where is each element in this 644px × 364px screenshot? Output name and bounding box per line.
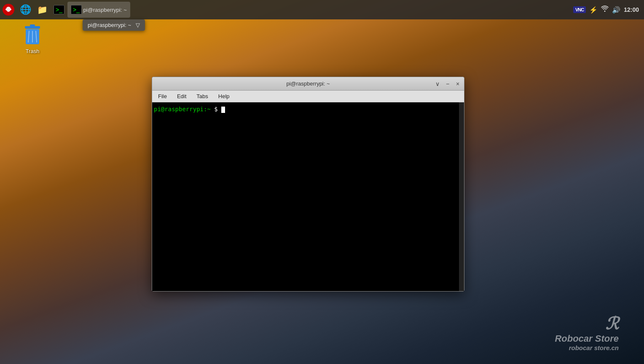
wifi-icon[interactable] <box>601 5 609 14</box>
taskbar-terminal1[interactable]: >_ <box>51 1 67 18</box>
globe-icon: 🌐 <box>20 4 31 15</box>
menu-tabs[interactable]: Tabs <box>192 92 212 100</box>
watermark-symbol: ℛ <box>555 314 619 333</box>
svg-rect-2 <box>30 24 35 27</box>
terminal-dropdown-btn[interactable]: ∨ <box>433 79 442 88</box>
terminal-output: pi@raspberrypi:~ $ <box>154 106 225 113</box>
watermark: ℛ Robocar Store robocar store.cn <box>555 314 619 351</box>
menu-help[interactable]: Help <box>214 92 234 100</box>
watermark-brand: Robocar Store <box>555 333 619 344</box>
terminal-prompt-green: pi@raspberrypi:~ <box>154 106 211 112</box>
terminal-cursor <box>221 107 225 113</box>
taskbar-left: 🌐 📁 >_ >_ pi@raspberrypi: ~ <box>0 1 573 18</box>
trash-label: Trash <box>26 48 40 54</box>
taskbar-tray: VNC ⚡ 🔊 12:00 <box>573 5 644 14</box>
volume-icon[interactable]: 🔊 <box>612 6 620 14</box>
taskbar-terminal2-label: pi@raspberrypi: ~ <box>83 7 127 13</box>
menu-file[interactable]: File <box>154 92 171 100</box>
taskbar: 🌐 📁 >_ >_ pi@raspberrypi: ~ VNC ⚡ <box>0 0 644 19</box>
taskbar-tooltip: pi@raspberrypi: ~ ▽ <box>83 19 145 31</box>
terminal-scrollbar[interactable] <box>459 102 464 291</box>
watermark-url: robocar store.cn <box>555 344 619 351</box>
taskbar-filemanager[interactable]: 📁 <box>34 1 51 18</box>
terminal1-icon: >_ <box>54 5 64 14</box>
rpi-logo-icon <box>3 4 14 16</box>
terminal-prompt-white: $ <box>211 106 221 112</box>
folder-icon: 📁 <box>37 5 48 15</box>
menu-edit[interactable]: Edit <box>173 92 191 100</box>
clock: 12:00 <box>624 6 639 13</box>
taskbar-browser[interactable]: 🌐 <box>17 1 34 18</box>
terminal-window: pi@raspberrypi: ~ ∨ − × File Edit Tabs H… <box>152 77 464 292</box>
vnc-icon[interactable]: VNC <box>573 6 586 13</box>
bluetooth-icon[interactable]: ⚡ <box>589 6 598 14</box>
terminal-content[interactable]: pi@raspberrypi:~ $ <box>152 102 464 291</box>
terminal2-icon: >_ <box>71 5 82 14</box>
trash-bin-icon <box>22 24 43 46</box>
tooltip-text: pi@raspberrypi: ~ <box>88 22 131 28</box>
terminal-menubar: File Edit Tabs Help <box>152 91 464 102</box>
terminal-title: pi@raspberrypi: ~ <box>286 80 330 87</box>
taskbar-terminal2[interactable]: >_ pi@raspberrypi: ~ <box>67 2 130 18</box>
terminal-minimize-btn[interactable]: − <box>443 79 452 88</box>
terminal-controls: ∨ − × <box>433 79 462 88</box>
taskbar-rpi-menu[interactable] <box>0 1 17 18</box>
trash-desktop-icon[interactable]: Trash <box>16 24 49 54</box>
terminal-close-btn[interactable]: × <box>453 79 462 88</box>
terminal-titlebar: pi@raspberrypi: ~ ∨ − × <box>152 77 464 91</box>
